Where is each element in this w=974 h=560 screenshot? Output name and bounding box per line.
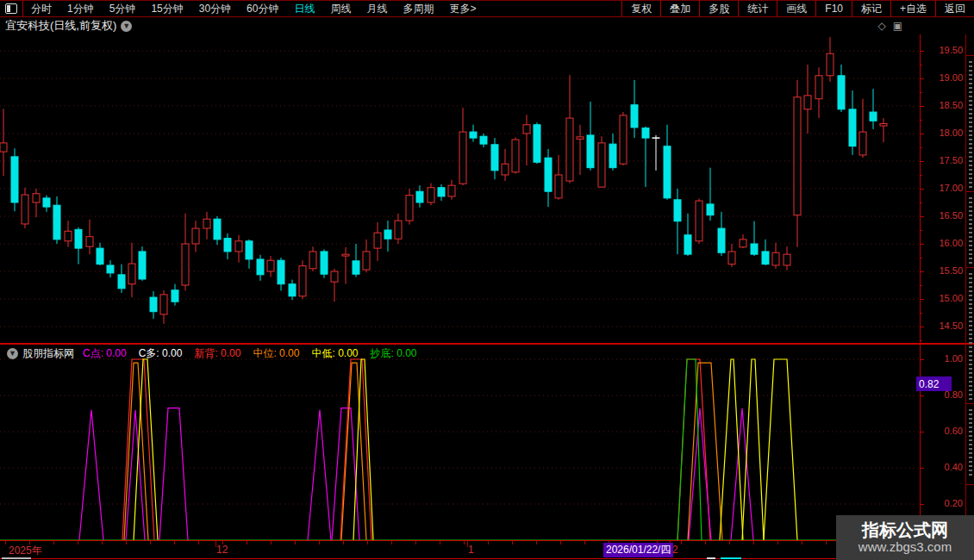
indicator-sub-chart[interactable] [0,345,920,541]
toolbar-button-返回[interactable]: 返回 [935,1,974,16]
indicator-field-中位: 中位: 0.00 [253,347,299,359]
price-axis-label: 14.50 [921,320,963,331]
indicator-field-C点: C点: 0.00 [83,347,127,359]
stock-title: 宜安科技(日线,前复权) [5,18,116,34]
clipped-text-fragment [707,557,715,559]
price-axis-label: 19.50 [921,45,963,55]
watermark-title: 指标公式网 [862,520,948,539]
period-tab-更多>[interactable]: 更多> [441,2,484,16]
timeline-bottom-border [0,558,974,559]
chevron-down-icon[interactable]: ▼ [121,21,132,32]
period-tab-月线[interactable]: 月线 [359,2,395,16]
clipped-text-fragment [2,557,31,559]
price-axis-label: 15.00 [921,293,963,303]
period-tab-5分钟[interactable]: 5分钟 [102,2,144,16]
watermark-url: www.zbgs3.com [858,539,952,555]
right-sidebar-strip[interactable] [965,34,974,560]
price-axis-label: 15.50 [921,265,963,276]
indicator-field-新背: 新背: 0.00 [194,347,240,359]
pane-divider[interactable] [0,343,974,345]
top-toolbar: 分时1分钟5分钟15分钟30分钟60分钟日线周线月线多周期更多> 复权叠加多股统… [0,0,974,17]
toolbar-button-多股[interactable]: 多股 [699,1,738,16]
toolbar-button-F10[interactable]: F10 [815,1,852,16]
indicator-axis-label: 1.00 [921,353,963,364]
timeline-current-date: 2026/01/22/四 [603,543,673,557]
timeline[interactable]: 2025年1212026/01/22/四2 [0,541,974,558]
toolbar-button-+自选[interactable]: +自选 [890,1,935,16]
timeline-label: 2 [672,544,678,556]
timeline-label: 1 [468,544,474,556]
title-bar: 宜安科技(日线,前复权) ▼ ◇▣ [0,17,974,34]
main-candlestick-chart[interactable] [0,34,920,343]
indicator-name[interactable]: 股朋指标网 [22,346,74,361]
clipped-text-fragment [721,557,741,559]
chart-area: ▼ 股朋指标网 C点: 0.00C多: 0.00新背: 0.00中位: 0.00… [0,34,974,560]
indicator-axis-label: 0.60 [921,426,963,436]
price-axis-line [920,34,921,559]
toolbar-button-统计[interactable]: 统计 [738,1,777,16]
price-axis-label: 16.50 [921,210,963,221]
price-axis-label: 19.00 [921,72,963,83]
indicator-field-C多: C多: 0.00 [139,347,183,359]
timeline-label: 12 [216,544,228,556]
toolbar-button-标记[interactable]: 标记 [852,1,890,16]
price-axis-label: 17.50 [921,155,963,165]
price-axis-label: 16.00 [921,238,963,248]
period-tab-日线[interactable]: 日线 [286,2,322,16]
trading-app-window: 分时1分钟5分钟15分钟30分钟60分钟日线周线月线多周期更多> 复权叠加多股统… [0,0,974,560]
price-axis-label: 18.00 [921,128,963,138]
period-tab-多周期[interactable]: 多周期 [395,2,441,16]
period-tab-分时[interactable]: 分时 [23,2,59,16]
price-axis-label: 17.00 [921,183,963,193]
indicator-axis-label: 0.40 [921,462,963,472]
indicator-field-中低: 中低: 0.00 [311,347,358,359]
toolbar-button-画线[interactable]: 画线 [777,1,815,16]
price-axis-label: 18.50 [921,100,963,110]
diamond-icon[interactable]: ◇ [877,20,892,32]
axis-value-marker: 0.82 [916,376,952,391]
toolbar-button-叠加[interactable]: 叠加 [660,1,699,16]
chevron-down-icon[interactable]: ▼ [7,348,18,359]
window-split-icon[interactable]: ▣ [893,20,909,32]
period-tab-60分钟[interactable]: 60分钟 [239,2,286,16]
indicator-axis-label: 0.20 [921,498,963,508]
timeline-label: 2025年 [9,544,42,558]
period-tab-30分钟[interactable]: 30分钟 [191,2,239,16]
indicator-field-抄底: 抄底: 0.00 [371,347,417,359]
watermark: 指标公式网 www.zbgs3.com [836,515,974,560]
period-tab-周线[interactable]: 周线 [322,2,359,16]
layout-icon[interactable] [0,1,23,16]
toolbar-button-复权[interactable]: 复权 [621,1,660,16]
period-tab-15分钟[interactable]: 15分钟 [143,2,190,16]
period-tab-1分钟[interactable]: 1分钟 [59,2,102,16]
indicator-header: ▼ 股朋指标网 C点: 0.00C多: 0.00新背: 0.00中位: 0.00… [3,346,429,361]
